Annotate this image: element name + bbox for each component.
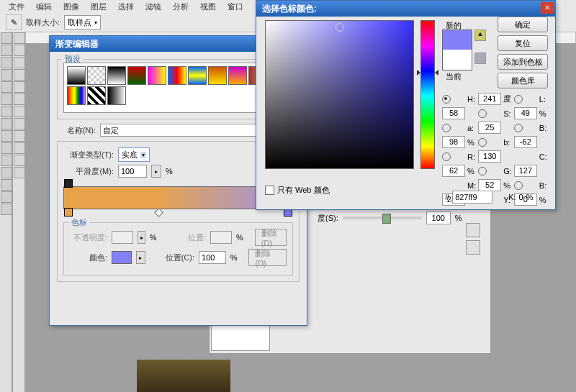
menu-layer[interactable]: 图层 xyxy=(85,0,112,14)
radio-b3[interactable] xyxy=(514,181,523,190)
h-input[interactable]: 241 xyxy=(478,93,501,105)
delete-color-stop-button[interactable]: 删除(D) xyxy=(248,249,287,266)
toolbox-2[interactable] xyxy=(13,32,24,392)
menu-window[interactable]: 窗口 xyxy=(222,0,249,14)
opacity-label: 不透明度: xyxy=(70,232,107,243)
add-swatch-button[interactable]: 添加到色板 xyxy=(498,54,548,70)
color-arrow[interactable]: ▸ xyxy=(136,251,145,264)
color-position-input[interactable]: 100 xyxy=(199,251,226,264)
smooth-label: 平滑度(M): xyxy=(63,166,114,177)
r-input[interactable]: 130 xyxy=(478,150,501,163)
hex-hash: # xyxy=(445,193,449,201)
pct: % xyxy=(166,167,173,176)
menu-image[interactable]: 图像 xyxy=(58,0,85,14)
radio-s[interactable] xyxy=(478,109,487,118)
panel-btn-2[interactable] xyxy=(466,240,480,255)
menu-filter[interactable]: 滤镜 xyxy=(140,0,167,14)
tool-icon[interactable]: ✎ xyxy=(6,14,22,30)
m-input[interactable]: 52 xyxy=(478,179,501,191)
stop-color-swatch[interactable] xyxy=(112,251,132,264)
slider-label: 度(S): xyxy=(318,213,338,224)
smoothness-input[interactable]: 100 xyxy=(118,165,147,178)
menu-view[interactable]: 视图 xyxy=(194,0,222,14)
panel-btn-1[interactable] xyxy=(466,223,480,237)
menu-select[interactable]: 选择 xyxy=(112,0,140,14)
current-color-swatch[interactable] xyxy=(442,50,472,70)
position-label: 位置: xyxy=(168,232,206,243)
ok-button[interactable]: 确定 xyxy=(498,17,548,32)
menu-analysis[interactable]: 分析 xyxy=(167,0,194,14)
type-label: 渐变类型(T): xyxy=(63,150,114,160)
current-color-label: 当前 xyxy=(446,71,462,82)
radio-l[interactable] xyxy=(514,95,523,104)
g-input[interactable]: 127 xyxy=(514,165,537,177)
color-picker-titlebar[interactable]: 选择色标颜色: xyxy=(256,1,555,17)
color-picker-dialog: 选择色标颜色: ✕ 新的 当前 ▲ 确定 复位 添加到色板 颜色库 H:241度… xyxy=(256,0,556,210)
radio-b1[interactable] xyxy=(514,124,523,132)
gamut-warning-icon[interactable]: ▲ xyxy=(474,29,486,41)
hue-slider[interactable] xyxy=(420,20,435,169)
sample-size-dropdown[interactable]: 取样点 xyxy=(64,15,101,29)
smoothness-arrow[interactable]: ▸ xyxy=(151,165,161,178)
radio-a[interactable] xyxy=(442,124,451,132)
hex-input[interactable]: 827ff9 xyxy=(452,191,492,204)
slider[interactable] xyxy=(343,216,422,219)
cancel-button[interactable]: 复位 xyxy=(498,35,548,51)
radio-b2[interactable] xyxy=(478,138,487,147)
document-thumbnail xyxy=(137,360,230,392)
c-input[interactable]: 62 xyxy=(442,165,465,177)
stops-group-label: 色标 xyxy=(68,217,90,228)
radio-g[interactable] xyxy=(478,167,487,176)
radio-r[interactable] xyxy=(442,152,451,161)
color-libraries-button[interactable]: 颜色库 xyxy=(498,73,548,88)
b-hsb-input[interactable]: 98 xyxy=(442,136,465,148)
k-input[interactable]: 0 xyxy=(519,193,523,201)
s-input[interactable]: 49 xyxy=(514,107,537,119)
web-only-label: 只有 Web 颜色 xyxy=(277,185,330,196)
color-cursor-icon xyxy=(336,23,344,32)
position2-label: 位置(C): xyxy=(157,252,194,263)
pct: % xyxy=(455,214,462,222)
l-input[interactable]: 58 xyxy=(442,107,465,119)
a-input[interactable]: 25 xyxy=(478,122,501,134)
position-input xyxy=(210,231,232,244)
toolbox[interactable] xyxy=(0,32,12,392)
name-label: 名称(N): xyxy=(58,125,96,136)
opacity-arrow: ▸ xyxy=(138,231,145,244)
gradient-type-select[interactable]: 实底 xyxy=(118,147,150,162)
delete-opacity-stop-button: 删除(D) xyxy=(255,229,287,246)
b-lab-input[interactable]: -62 xyxy=(514,136,537,148)
new-color-swatch xyxy=(442,29,472,51)
opacity-input xyxy=(112,231,133,244)
radio-h[interactable] xyxy=(442,95,451,104)
web-only-checkbox[interactable] xyxy=(265,186,274,195)
menu-edit[interactable]: 编辑 xyxy=(30,0,58,14)
slider-value[interactable]: 100 xyxy=(426,211,451,224)
panel-buttons xyxy=(466,223,480,255)
close-icon[interactable]: ✕ xyxy=(541,2,554,14)
menu-file[interactable]: 文件 xyxy=(3,0,30,14)
websafe-warning-icon[interactable] xyxy=(474,53,486,64)
color-values-grid: H:241度 L:58 S:49% a:25 B:98% b:-62 R:130… xyxy=(442,93,547,206)
color-label: 颜色: xyxy=(70,252,107,263)
sample-size-label: 取样大小: xyxy=(26,17,60,28)
color-field[interactable] xyxy=(265,20,414,169)
